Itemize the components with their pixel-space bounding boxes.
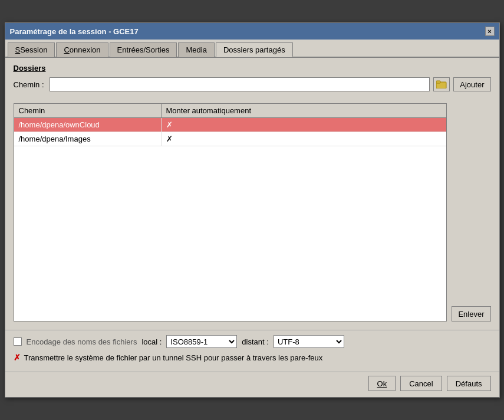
cancel-button[interactable]: Cancel xyxy=(400,376,442,391)
row-monter: ✗ xyxy=(162,118,447,132)
bottom-section: Encodage des noms des fichiers local : I… xyxy=(5,330,499,372)
svg-rect-1 xyxy=(436,81,440,83)
main-area: Chemin Monter automatiquement /home/dpen… xyxy=(5,103,499,325)
chemin-label: Chemin : xyxy=(14,80,46,89)
section-label: Dossiers xyxy=(14,64,491,73)
dossiers-section: Dossiers Chemin : Ajouter xyxy=(5,58,499,103)
row-chemin: /home/dpena/Images xyxy=(14,132,162,146)
close-button[interactable]: × xyxy=(485,27,495,36)
table-header: Chemin Monter automatiquement xyxy=(14,104,447,118)
tab-dossiers-partages[interactable]: Dossiers partagés xyxy=(216,42,293,57)
dialog: Paramétrage de la session - GCE17 × SSes… xyxy=(5,22,500,398)
distant-label: distant : xyxy=(242,337,269,346)
column-chemin: Chemin xyxy=(14,104,162,117)
local-encoding-select[interactable]: ISO8859-1 xyxy=(166,335,237,348)
folder-browse-button[interactable] xyxy=(433,77,450,91)
defaults-button[interactable]: Défauts xyxy=(447,376,491,391)
tab-media[interactable]: Media xyxy=(178,42,214,57)
folder-icon xyxy=(436,80,447,88)
row-chemin: /home/dpena/ownCloud xyxy=(14,118,162,132)
table-row[interactable]: /home/dpena/Images ✗ xyxy=(14,132,447,146)
side-buttons: Enlever xyxy=(452,103,490,325)
encoding-label: Encodage des noms des fichiers xyxy=(27,337,137,346)
remove-button[interactable]: Enlever xyxy=(452,306,490,321)
dialog-title: Paramétrage de la session - GCE17 xyxy=(10,27,139,36)
tunnel-row: ✗ Transmettre le système de fichier par … xyxy=(14,353,491,362)
distant-encoding-select[interactable]: UTF-8 xyxy=(274,335,344,348)
tab-session[interactable]: SSession xyxy=(8,42,55,57)
tab-bar: SSession Connexion Entrées/Sorties Media… xyxy=(5,40,499,58)
encoding-row: Encodage des noms des fichiers local : I… xyxy=(14,335,491,348)
row-monter: ✗ xyxy=(162,132,447,146)
shared-folders-table: Chemin Monter automatiquement /home/dpen… xyxy=(14,103,447,321)
tab-connexion[interactable]: Connexion xyxy=(56,42,108,57)
tunnel-x-icon: ✗ xyxy=(14,353,21,362)
table-area: Chemin Monter automatiquement /home/dpen… xyxy=(14,103,447,325)
chemin-row: Chemin : Ajouter xyxy=(14,77,491,91)
title-bar: Paramétrage de la session - GCE17 × xyxy=(5,23,499,40)
tunnel-text: Transmettre le système de fichier par un… xyxy=(24,353,323,362)
local-label: local : xyxy=(141,337,162,346)
add-button[interactable]: Ajouter xyxy=(453,77,490,91)
table-row[interactable]: /home/dpena/ownCloud ✗ xyxy=(14,118,447,132)
encoding-checkbox[interactable] xyxy=(14,337,22,346)
footer-buttons: Ok Cancel Défauts xyxy=(5,372,499,397)
chemin-input[interactable] xyxy=(50,77,430,91)
ok-button[interactable]: Ok xyxy=(368,376,396,391)
tab-entrees-sorties[interactable]: Entrées/Sorties xyxy=(110,42,177,57)
column-monter: Monter automatiquement xyxy=(162,104,447,117)
